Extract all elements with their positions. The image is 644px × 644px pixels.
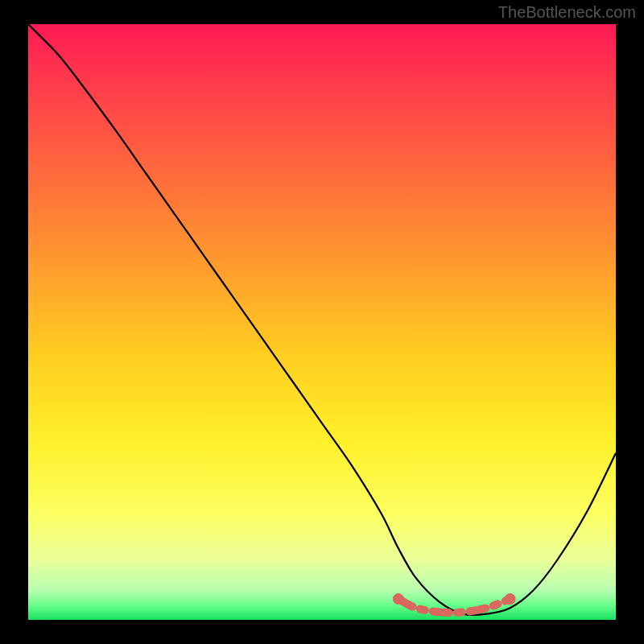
valley-marker [393,593,516,613]
curve-layer [28,24,616,620]
svg-point-2 [505,593,516,605]
plot-area [28,24,616,620]
svg-point-1 [393,593,404,605]
chart-container: TheBottleneck.com [0,0,644,644]
bottleneck-curve [28,24,616,615]
watermark-text: TheBottleneck.com [498,3,636,22]
